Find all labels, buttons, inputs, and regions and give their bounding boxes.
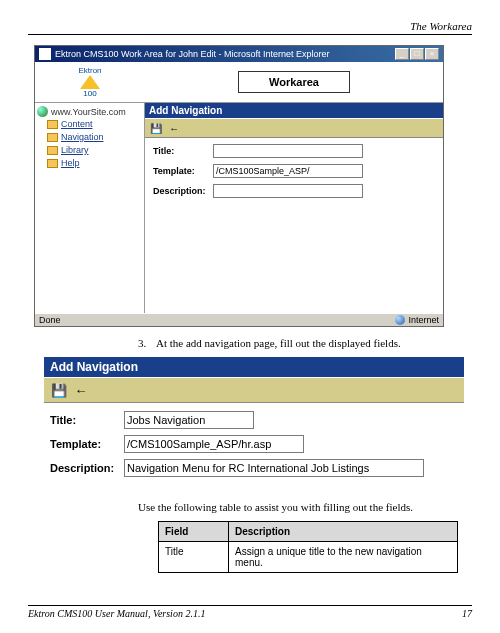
toolbar: 💾 ← xyxy=(145,118,443,138)
table-header-description: Description xyxy=(229,522,458,542)
title-input[interactable] xyxy=(124,411,254,429)
page-footer: Ektron CMS100 User Manual, Version 2.1.1… xyxy=(28,605,472,619)
sidebar-item-label: Help xyxy=(61,157,80,170)
panel-title: Add Navigation xyxy=(44,357,464,377)
field-description-table: Field Description Title Assign a unique … xyxy=(158,521,458,573)
status-right-label: Internet xyxy=(408,315,439,325)
template-input[interactable] xyxy=(124,435,304,453)
ie-icon xyxy=(39,48,51,60)
form-area: Title: Template: Description: xyxy=(145,138,443,210)
site-root[interactable]: www.YourSite.com xyxy=(37,105,142,118)
sidebar-item-help[interactable]: Help xyxy=(37,157,142,170)
back-icon[interactable]: ← xyxy=(167,121,181,135)
form-area: Title: Template: Description: xyxy=(44,403,464,491)
close-button[interactable]: × xyxy=(425,48,439,60)
title-input[interactable] xyxy=(213,144,363,158)
sidebar-item-label: Navigation xyxy=(61,131,104,144)
browser-window: Ektron CMS100 Work Area for John Edit - … xyxy=(34,45,444,327)
title-label: Title: xyxy=(50,414,124,426)
minimize-button[interactable]: _ xyxy=(395,48,409,60)
description-input[interactable] xyxy=(124,459,424,477)
page-number: 17 xyxy=(462,608,472,619)
table-intro-text: Use the following table to assist you wi… xyxy=(28,501,472,513)
main-panel: Add Navigation 💾 ← Title: Template: xyxy=(145,103,443,313)
description-label: Description: xyxy=(153,186,213,196)
status-left: Done xyxy=(39,315,61,325)
template-label: Template: xyxy=(50,438,124,450)
step-text: At the add navigation page, fill out the… xyxy=(156,337,401,349)
template-label: Template: xyxy=(153,166,213,176)
template-input[interactable] xyxy=(213,164,363,178)
globe-icon xyxy=(37,106,48,117)
logo-product: 100 xyxy=(78,89,101,98)
sidebar-item-label: Content xyxy=(61,118,93,131)
internet-zone-icon xyxy=(395,315,405,325)
back-icon[interactable]: ← xyxy=(72,381,90,399)
folder-icon xyxy=(47,133,58,142)
sidebar-item-label: Library xyxy=(61,144,89,157)
folder-icon xyxy=(47,120,58,129)
header-row: Ektron 100 Workarea xyxy=(35,62,443,103)
logo-brand: Ektron xyxy=(78,66,101,75)
site-label: www.YourSite.com xyxy=(51,107,126,117)
statusbar: Done Internet xyxy=(35,313,443,326)
sidebar-item-library[interactable]: Library xyxy=(37,144,142,157)
panel-title: Add Navigation xyxy=(145,103,443,118)
sidebar-item-navigation[interactable]: Navigation xyxy=(37,131,142,144)
step-3: 3. At the add navigation page, fill out … xyxy=(28,337,472,349)
description-label: Description: xyxy=(50,462,124,474)
header-rule xyxy=(28,34,472,35)
table-cell-description: Assign a unique title to the new navigat… xyxy=(229,542,458,573)
step-number: 3. xyxy=(138,337,156,349)
footer-title: Ektron CMS100 User Manual, Version 2.1.1 xyxy=(28,608,205,619)
maximize-button[interactable]: □ xyxy=(410,48,424,60)
table-header-field: Field xyxy=(159,522,229,542)
section-header: The Workarea xyxy=(28,20,472,32)
workarea-title: Workarea xyxy=(238,71,350,93)
sidebar-item-content[interactable]: Content xyxy=(37,118,142,131)
logo-cell: Ektron 100 xyxy=(35,62,145,102)
title-label: Title: xyxy=(153,146,213,156)
folder-icon xyxy=(47,146,58,155)
toolbar: 💾 ← xyxy=(44,377,464,403)
table-header-row: Field Description xyxy=(159,522,458,542)
save-icon[interactable]: 💾 xyxy=(149,121,163,135)
description-input[interactable] xyxy=(213,184,363,198)
sidebar: www.YourSite.com Content Navigation Libr… xyxy=(35,103,145,313)
save-icon[interactable]: 💾 xyxy=(50,381,68,399)
table-row: Title Assign a unique title to the new n… xyxy=(159,542,458,573)
table-cell-field: Title xyxy=(159,542,229,573)
window-title: Ektron CMS100 Work Area for John Edit - … xyxy=(55,49,329,59)
folder-icon xyxy=(47,159,58,168)
add-navigation-panel-large: Add Navigation 💾 ← Title: Template: Desc… xyxy=(44,357,464,491)
logo-triangle-icon xyxy=(80,75,100,89)
titlebar: Ektron CMS100 Work Area for John Edit - … xyxy=(35,46,443,62)
